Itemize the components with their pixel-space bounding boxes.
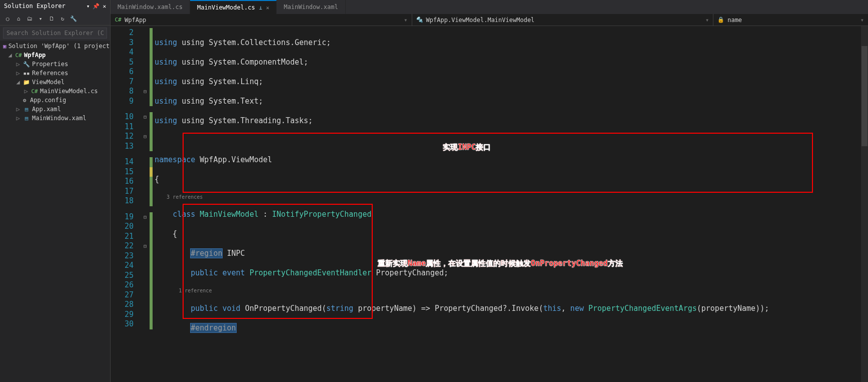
search-container — [0, 26, 110, 41]
scrollbar-thumb[interactable] — [861, 46, 867, 146]
expand-icon[interactable]: ▷ — [23, 88, 29, 95]
annotation-text-2: 重新实现Name属性，在设置属性值的时候触发OnPropertyChanged方… — [378, 259, 623, 269]
wrench-icon: 🔧 — [23, 61, 30, 68]
annotation-text-1: 实现INPC接口 — [443, 143, 491, 153]
class-dropdown[interactable]: 🔩WpfApp.ViewModel.MainViewModel▾ — [412, 14, 714, 26]
panel-title: Solution Explorer — [4, 3, 66, 10]
solution-tree: ▣Solution 'WpfApp' (1 project) ◢C#WpfApp… — [0, 41, 110, 382]
home-icon[interactable]: ⌂ — [14, 14, 23, 23]
search-input[interactable] — [3, 28, 107, 39]
expand-icon[interactable]: ▷ — [15, 61, 21, 68]
file-node[interactable]: ▷▤MainWindow.xaml — [0, 114, 110, 123]
properties-node[interactable]: ▷🔧Properties — [0, 60, 110, 69]
tab-mainviewmodel[interactable]: MainViewModel.cs⟂✕ — [190, 0, 277, 14]
csproj-icon: C# — [15, 52, 22, 59]
panel-toolbar: ◯ ⌂ 🗂 ▾ 🗋 ↻ 🔧 — [0, 12, 110, 26]
sync-icon[interactable]: 🗂 — [25, 14, 34, 23]
file-node[interactable]: ▷C#MainViewModel.cs — [0, 87, 110, 96]
expand-icon[interactable]: ◢ — [15, 79, 21, 86]
close-icon[interactable]: ✕ — [103, 3, 106, 10]
line-numbers: 23456789 10111213 1415161718 19202122232… — [111, 26, 141, 382]
expand-icon[interactable]: ◢ — [7, 52, 13, 59]
collapse-icon[interactable]: ▾ — [36, 14, 45, 23]
folder-node[interactable]: ◢📁ViewModel — [0, 78, 110, 87]
close-icon[interactable]: ✕ — [266, 5, 270, 11]
config-icon: ⚙ — [21, 97, 28, 104]
chevron-down-icon: ▾ — [860, 17, 864, 24]
file-node[interactable]: ⚙App.config — [0, 96, 110, 105]
fold-gutter: ⊟ ⊟⊟ ⊟⊟ — [141, 26, 150, 382]
chevron-down-icon: ▾ — [404, 17, 407, 24]
codelens-references[interactable]: 1 reference — [179, 288, 212, 293]
class-icon: 🔩 — [416, 17, 423, 24]
tab-mainwindow-xaml[interactable]: MainWindow.xaml — [277, 0, 345, 14]
refresh-icon[interactable]: ↻ — [58, 14, 67, 23]
expand-icon[interactable]: ▷ — [15, 70, 21, 77]
file-node[interactable]: ▷▤App.xaml — [0, 105, 110, 114]
vertical-scrollbar[interactable] — [861, 26, 868, 382]
pin-icon[interactable]: 📌 — [93, 3, 100, 10]
solution-icon: ▣ — [3, 43, 7, 50]
references-icon: ▪▪ — [23, 70, 30, 77]
document-tabs: MainWindow.xaml.cs MainViewModel.cs⟂✕ Ma… — [111, 0, 868, 14]
field-icon: 🔒 — [717, 17, 724, 24]
pin-icon[interactable]: ⟂ — [259, 5, 262, 11]
codelens-references[interactable]: 3 references — [167, 194, 203, 200]
show-all-icon[interactable]: 🗋 — [47, 14, 56, 23]
annotation-box-2 — [183, 204, 373, 319]
properties-icon[interactable]: 🔧 — [69, 14, 78, 23]
project-node[interactable]: ◢C#WpfApp — [0, 51, 110, 60]
references-node[interactable]: ▷▪▪References — [0, 69, 110, 78]
expand-icon[interactable]: ▷ — [15, 106, 21, 113]
folder-icon: 📁 — [23, 79, 30, 86]
cs-icon: C# — [31, 88, 38, 95]
member-dropdown[interactable]: 🔒name▾ — [713, 14, 868, 26]
back-icon[interactable]: ◯ — [3, 14, 12, 23]
solution-explorer-panel: Solution Explorer ▾ 📌 ✕ ◯ ⌂ 🗂 ▾ 🗋 ↻ 🔧 ▣S… — [0, 0, 111, 382]
panel-header: Solution Explorer ▾ 📌 ✕ — [0, 0, 110, 12]
tab-mainwindow-cs[interactable]: MainWindow.xaml.cs — [111, 0, 190, 14]
project-dropdown[interactable]: C#WpfApp▾ — [111, 14, 412, 26]
editor-area: MainWindow.xaml.cs MainViewModel.cs⟂✕ Ma… — [111, 0, 868, 382]
csproj-icon: C# — [115, 17, 122, 24]
xaml-icon: ▤ — [23, 106, 30, 113]
code-editor[interactable]: 23456789 10111213 1415161718 19202122232… — [111, 26, 868, 382]
solution-node[interactable]: ▣Solution 'WpfApp' (1 project) — [0, 42, 110, 51]
nav-bar: C#WpfApp▾ 🔩WpfApp.ViewModel.MainViewMode… — [111, 14, 868, 26]
code-content[interactable]: using using System.Collections.Generic; … — [153, 26, 868, 382]
xaml-icon: ▤ — [23, 115, 30, 122]
dropdown-icon[interactable]: ▾ — [87, 3, 90, 10]
expand-icon[interactable]: ▷ — [15, 115, 21, 122]
chevron-down-icon: ▾ — [705, 17, 709, 24]
